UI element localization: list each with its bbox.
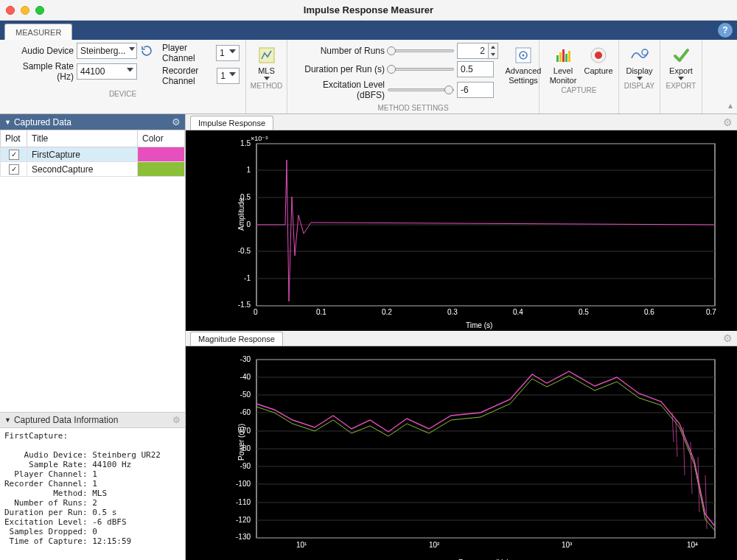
recorder-channel-dropdown[interactable]: 1 — [217, 68, 240, 84]
gear-icon[interactable]: ⚙ — [172, 415, 181, 425]
info-body: FirstCapture: Audio Device: Steinberg UR… — [0, 428, 185, 560]
section-method: METHOD — [251, 80, 282, 90]
impulse-chart — [186, 130, 737, 331]
table-row[interactable]: ✓ FirstCapture — [1, 147, 185, 162]
sidebar: ▼ Captured Data ⚙ Plot Title Color ✓ Fir… — [0, 114, 186, 560]
capture-button[interactable]: Capture — [581, 43, 616, 85]
plot-checkbox[interactable]: ✓ — [9, 164, 19, 175]
ytick: 1.5 — [240, 139, 251, 147]
ytick: -0.5 — [238, 247, 251, 255]
color-swatch[interactable] — [138, 162, 185, 177]
magnitude-response-plot[interactable]: Power (dB) Frequency (Hz) -30 -40 -50 -6… — [186, 346, 737, 560]
gear-icon[interactable]: ⚙ — [172, 116, 181, 127]
color-swatch[interactable] — [138, 147, 185, 162]
export-label: Export — [669, 66, 693, 76]
row-title[interactable]: SecondCapture — [27, 162, 138, 177]
xtick: 0.6 — [644, 308, 654, 316]
tab-magnitude-response[interactable]: Magnitude Response — [190, 332, 283, 346]
svg-rect-4 — [556, 55, 559, 62]
duration-slider[interactable] — [388, 64, 454, 74]
triangle-down-icon: ▼ — [4, 119, 11, 126]
ytick: 0 — [246, 220, 251, 228]
display-button[interactable]: Display — [621, 43, 657, 80]
mls-button[interactable]: MLS — [249, 43, 284, 80]
table-row[interactable]: ✓ SecondCapture — [1, 162, 185, 177]
svg-rect-5 — [559, 52, 562, 62]
window-controls — [6, 6, 44, 15]
ytick: -50 — [240, 391, 251, 399]
duration-value: 0.5 — [461, 64, 473, 74]
recorder-channel-label: Recorder Channel — [162, 66, 214, 86]
recorder-channel-value: 1 — [220, 71, 226, 81]
collapse-icon[interactable]: ▴ — [728, 100, 733, 111]
info-title: Captured Data Information — [14, 415, 118, 425]
spin-up-icon[interactable] — [489, 43, 497, 51]
section-display: DISPLAY — [624, 80, 655, 90]
svg-point-11 — [642, 49, 648, 55]
captured-data-title: Captured Data — [14, 117, 71, 127]
sample-rate-dropdown[interactable]: 44100 — [77, 63, 137, 80]
advanced-label-1: Advanced — [506, 66, 542, 75]
player-channel-value: 1 — [220, 48, 225, 58]
zoom-icon[interactable] — [35, 6, 44, 15]
level-monitor-button[interactable]: LevelMonitor — [545, 43, 581, 85]
ytick: -110 — [236, 498, 251, 506]
captured-data-header[interactable]: ▼ Captured Data ⚙ — [0, 114, 185, 130]
level-label-2: Monitor — [550, 76, 577, 85]
xtick: 10¹ — [296, 541, 307, 549]
spin-down-icon[interactable] — [489, 51, 497, 58]
minimize-icon[interactable] — [21, 6, 29, 15]
col-title[interactable]: Title — [27, 130, 138, 147]
runs-value: 2 — [457, 43, 488, 59]
runs-slider[interactable] — [388, 46, 454, 56]
display-icon — [630, 46, 649, 65]
capture-label: Capture — [584, 66, 612, 76]
section-export: EXPORT — [666, 80, 696, 90]
tab-measurer[interactable]: MEASURER — [4, 24, 72, 40]
help-button[interactable]: ? — [718, 23, 733, 38]
row-title[interactable]: FirstCapture — [27, 147, 138, 162]
triangle-down-icon: ▼ — [4, 416, 11, 424]
plot2-tabbar: Magnitude Response ⚙ — [186, 331, 737, 347]
player-channel-label: Player Channel — [162, 43, 213, 63]
runs-spinbox[interactable]: 2 — [457, 43, 498, 59]
impulse-response-plot[interactable]: ×10⁻³ Amplitude Time (s) 1.5 1 0.5 0 -0.… — [186, 130, 737, 331]
runs-label: Number of Runs — [293, 46, 385, 56]
info-header[interactable]: ▼ Captured Data Information ⚙ — [0, 412, 185, 428]
plots: Impulse Response ⚙ — [186, 114, 737, 560]
chevron-down-icon — [228, 72, 236, 80]
player-channel-dropdown[interactable]: 1 — [216, 45, 240, 61]
refresh-icon[interactable] — [140, 44, 153, 57]
display-label: Display — [626, 66, 652, 76]
svg-point-10 — [595, 52, 602, 59]
ytick: -1 — [244, 274, 251, 282]
gear-icon[interactable]: ⚙ — [723, 332, 733, 344]
x-axis-label: Time (s) — [466, 321, 492, 329]
excitation-input[interactable]: -6 — [457, 82, 494, 98]
gear-icon[interactable]: ⚙ — [723, 116, 733, 128]
col-color[interactable]: Color — [138, 130, 185, 147]
titlebar: Impulse Response Measurer — [0, 0, 737, 21]
record-icon — [589, 46, 608, 65]
ytick: -70 — [240, 427, 251, 435]
xtick: 0.1 — [316, 308, 326, 316]
section-capture: CAPTURE — [545, 85, 612, 94]
ytick: -1.5 — [238, 301, 251, 309]
excitation-slider[interactable] — [388, 85, 454, 95]
duration-input[interactable]: 0.5 — [457, 61, 494, 77]
svg-rect-7 — [565, 54, 567, 62]
ytick: -120 — [236, 516, 251, 524]
check-icon — [671, 46, 691, 65]
tab-impulse-response[interactable]: Impulse Response — [190, 116, 273, 130]
col-plot[interactable]: Plot — [1, 130, 27, 147]
audio-device-dropdown[interactable]: Steinberg... — [77, 43, 137, 59]
xtick: 10² — [429, 541, 439, 549]
ytick: 0.5 — [240, 193, 251, 201]
plot-checkbox[interactable]: ✓ — [9, 150, 19, 160]
advanced-settings-button[interactable]: AdvancedSettings — [506, 43, 541, 102]
export-button[interactable]: Export — [663, 43, 699, 80]
chevron-down-icon — [126, 68, 133, 75]
chevron-down-icon — [228, 49, 236, 57]
close-icon[interactable] — [6, 6, 15, 15]
duration-label: Duration per Run (s) — [293, 64, 385, 74]
